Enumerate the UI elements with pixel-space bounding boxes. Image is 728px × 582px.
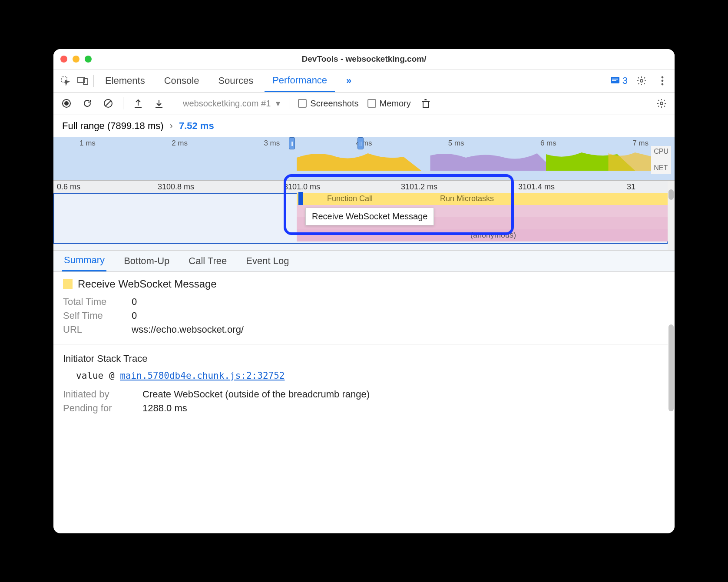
more-menu-icon[interactable] xyxy=(655,74,669,88)
devtools-window: DevTools - websocketking.com/ Elements C… xyxy=(53,49,675,533)
svg-rect-5 xyxy=(612,80,616,81)
screenshots-label: Screenshots xyxy=(310,99,358,109)
tooltip-text: Receive WebSocket Message xyxy=(312,212,427,221)
timeline-overview[interactable]: 1 ms 2 ms 3 ms 4 ms 5 ms 6 ms 7 ms || ||… xyxy=(53,137,675,181)
scrollbar-thumb[interactable] xyxy=(668,324,674,411)
svg-point-15 xyxy=(660,102,663,105)
url-label: URL xyxy=(63,324,119,335)
detail-tab-call-tree[interactable]: Call Tree xyxy=(187,251,228,271)
main-tabs: Elements Console Sources Performance » 3 xyxy=(53,70,675,93)
checkbox-icon xyxy=(298,99,307,108)
detail-tab-event-log[interactable]: Event Log xyxy=(244,251,291,271)
ruler-tick: 3101.4 ms xyxy=(518,182,555,192)
flame-tooltip: Receive WebSocket Message xyxy=(305,208,434,225)
tab-performance[interactable]: Performance xyxy=(265,70,335,92)
initiated-by-label: Initiated by xyxy=(63,389,130,400)
self-time-value: 0 xyxy=(132,310,137,321)
flame-row-3[interactable]: (anonymous) xyxy=(297,229,668,241)
screenshots-checkbox[interactable]: Screenshots xyxy=(298,99,358,109)
stack-frame: value @ main.5780db4e.chunk.js:2:32752 xyxy=(76,370,665,381)
full-range-label[interactable]: Full range (7899.18 ms) xyxy=(62,120,164,132)
svg-point-7 xyxy=(662,76,664,79)
ov-tick: 1 ms xyxy=(79,139,96,148)
separator xyxy=(93,75,94,87)
issues-button[interactable]: 3 xyxy=(610,75,628,86)
collect-garbage-button[interactable] xyxy=(420,97,432,109)
titlebar: DevTools - websocketking.com/ xyxy=(53,49,675,70)
detail-tab-summary[interactable]: Summary xyxy=(62,251,106,271)
self-time-label: Self Time xyxy=(63,310,119,321)
svg-point-6 xyxy=(640,79,643,82)
download-profile-button[interactable] xyxy=(153,97,165,109)
overview-handle-right[interactable]: || xyxy=(357,137,364,149)
detail-tab-bottom-up[interactable]: Bottom-Up xyxy=(122,251,171,271)
stack-func: value xyxy=(76,370,103,381)
selected-range-label[interactable]: 7.52 ms xyxy=(179,120,214,132)
overview-track-labels: CPU NET xyxy=(651,146,671,174)
separator xyxy=(123,97,123,109)
divider xyxy=(53,344,675,344)
cpu-waveform xyxy=(297,149,653,171)
ruler-tick: 3101.0 ms xyxy=(284,182,320,192)
total-time-value: 0 xyxy=(132,296,137,308)
svg-rect-2 xyxy=(83,79,88,85)
summary-scrollbar[interactable] xyxy=(668,317,675,527)
svg-rect-3 xyxy=(611,77,619,83)
ov-tick: 6 ms xyxy=(540,139,556,148)
memory-checkbox[interactable]: Memory xyxy=(367,99,411,109)
flame-row-0[interactable]: Function Call Run Microtasks xyxy=(297,193,668,205)
flame-ruler: 0.6 ms 3100.8 ms 3101.0 ms 3101.2 ms 310… xyxy=(53,181,668,193)
svg-point-9 xyxy=(662,83,664,86)
clear-button[interactable] xyxy=(102,97,114,109)
record-button[interactable] xyxy=(60,97,73,109)
tabs-overflow[interactable]: » xyxy=(338,70,359,92)
event-name: Receive WebSocket Message xyxy=(78,278,217,290)
overview-ticks: 1 ms 2 ms 3 ms 4 ms 5 ms 6 ms 7 ms xyxy=(53,139,675,148)
memory-label: Memory xyxy=(380,99,411,109)
svg-point-11 xyxy=(64,101,69,106)
overview-handle-left[interactable]: || xyxy=(289,137,295,149)
device-toggle-icon[interactable] xyxy=(76,74,90,88)
svg-rect-4 xyxy=(612,79,618,79)
stack-trace-title: Initiator Stack Trace xyxy=(63,353,665,364)
flame-scrollbar[interactable] xyxy=(668,181,675,250)
capture-settings-gear-icon[interactable] xyxy=(655,97,668,109)
perf-toolbar: websocketking.com #1 ▾ Screenshots Memor… xyxy=(53,93,675,115)
ruler-tick: 3101.2 ms xyxy=(401,182,437,192)
pending-for-value: 1288.0 ms xyxy=(142,403,187,414)
ov-tick: 3 ms xyxy=(264,139,280,148)
detail-tabs: Summary Bottom-Up Call Tree Event Log xyxy=(53,250,675,272)
separator xyxy=(289,97,289,109)
profile-select[interactable]: websocketking.com #1 ▾ xyxy=(183,98,280,109)
flame-entry[interactable]: (anonymous) xyxy=(470,231,516,240)
tab-elements[interactable]: Elements xyxy=(97,70,153,92)
url-value: wss://echo.websocket.org/ xyxy=(132,324,244,335)
flame-chart[interactable]: 0.6 ms 3100.8 ms 3101.0 ms 3101.2 ms 310… xyxy=(53,181,675,250)
ov-tick: 2 ms xyxy=(172,139,188,148)
total-time-label: Total Time xyxy=(63,296,119,308)
event-color-swatch xyxy=(63,279,73,289)
net-label: NET xyxy=(654,164,668,172)
ov-tick: 5 ms xyxy=(448,139,464,148)
range-breadcrumb: Full range (7899.18 ms) › 7.52 ms xyxy=(53,115,675,137)
stack-source-link[interactable]: main.5780db4e.chunk.js:2:32752 xyxy=(120,370,285,381)
chevron-right-icon: › xyxy=(170,120,173,132)
cpu-label: CPU xyxy=(654,148,668,155)
settings-gear-icon[interactable] xyxy=(635,74,649,88)
checkbox-icon xyxy=(367,99,376,108)
upload-profile-button[interactable] xyxy=(132,97,144,109)
tab-console[interactable]: Console xyxy=(156,70,207,92)
tab-sources[interactable]: Sources xyxy=(210,70,261,92)
window-title: DevTools - websocketking.com/ xyxy=(53,54,675,64)
profile-select-label: websocketking.com #1 xyxy=(183,99,271,109)
reload-record-button[interactable] xyxy=(81,97,93,109)
inspect-icon[interactable] xyxy=(59,74,73,88)
flame-entry[interactable]: Function Call xyxy=(327,194,373,203)
selected-event-marker xyxy=(298,192,303,205)
ruler-tick: 0.6 ms xyxy=(57,182,80,192)
initiated-by-value: Create WebSocket (outside of the breadcr… xyxy=(142,389,370,400)
flame-entry[interactable]: Run Microtasks xyxy=(440,194,494,203)
svg-rect-14 xyxy=(423,102,428,107)
svg-line-13 xyxy=(106,101,111,106)
scrollbar-thumb[interactable] xyxy=(668,189,674,200)
